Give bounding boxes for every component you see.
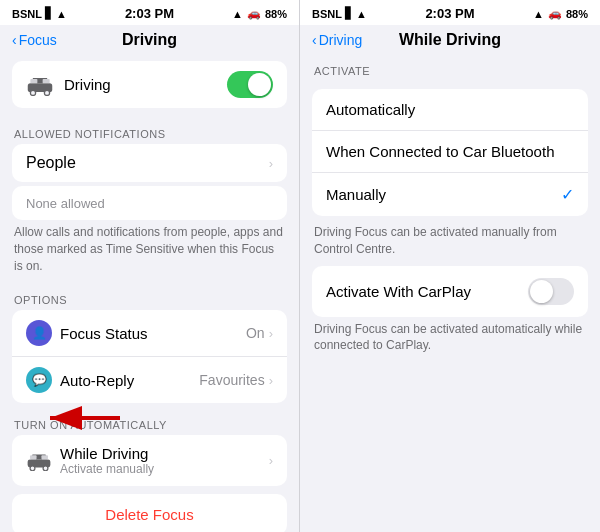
toggle-knob xyxy=(248,73,271,96)
autoreply-item[interactable]: 💬 Auto-Reply Favourites › xyxy=(12,357,287,403)
right-nav-title: While Driving xyxy=(399,31,501,49)
none-allowed-text: None allowed xyxy=(26,196,105,211)
svg-rect-5 xyxy=(43,78,50,82)
svg-point-9 xyxy=(43,466,48,471)
while-driving-chevron: › xyxy=(269,453,273,468)
svg-rect-4 xyxy=(30,78,37,82)
options-header: OPTIONS xyxy=(0,282,299,310)
left-signal-icon: ▋ xyxy=(45,7,53,20)
focus-status-item[interactable]: 👤 Focus Status On › xyxy=(12,310,287,357)
left-nav-bar: ‹ Focus Driving xyxy=(0,25,299,53)
left-status-left: BSNL ▋ ▲ xyxy=(12,7,67,20)
left-scroll: Driving ALLOWED NOTIFICATIONS People › N… xyxy=(0,53,299,532)
left-nav-title: Driving xyxy=(122,31,177,49)
none-allowed-card: None allowed xyxy=(12,186,287,220)
right-nav-bar: ‹ Driving While Driving xyxy=(300,25,600,53)
left-status-right: ▲ 🚗 88% xyxy=(232,7,287,20)
focus-status-chevron: › xyxy=(269,326,273,341)
left-back-label[interactable]: Focus xyxy=(19,32,57,48)
right-status-bar: BSNL ▋ ▲ 2:03 PM ▲ 🚗 88% xyxy=(300,0,600,25)
automatically-label: Automatically xyxy=(326,101,415,118)
left-location-icon: ▲ xyxy=(232,8,243,20)
carplay-desc: Driving Focus can be activated automatic… xyxy=(312,321,588,355)
carplay-row: Activate With CarPlay xyxy=(312,266,588,317)
person-icon: 👤 xyxy=(32,326,47,340)
left-status-bar: BSNL ▋ ▲ 2:03 PM ▲ 🚗 88% xyxy=(0,0,299,25)
while-driving-sub: Activate manually xyxy=(60,462,154,476)
carplay-label: Activate With CarPlay xyxy=(326,283,471,300)
delete-focus-button[interactable]: Delete Focus xyxy=(12,494,287,532)
svg-point-8 xyxy=(30,466,35,471)
left-panel: BSNL ▋ ▲ 2:03 PM ▲ 🚗 88% ‹ Focus Driving xyxy=(0,0,300,532)
while-driving-item[interactable]: While Driving Activate manually › xyxy=(12,435,287,486)
left-carrier: BSNL xyxy=(12,8,42,20)
people-label: People xyxy=(26,154,76,172)
while-driving-left: While Driving Activate manually xyxy=(26,445,154,476)
focus-status-icon: 👤 xyxy=(26,320,52,346)
right-back-chevron: ‹ xyxy=(312,32,317,48)
automatically-item[interactable]: Automatically xyxy=(312,89,588,131)
activate-header: ACTIVATE xyxy=(300,53,600,81)
right-car-status-icon: 🚗 xyxy=(548,7,562,20)
svg-point-2 xyxy=(30,90,35,95)
right-signal-icon: ▋ xyxy=(345,7,353,20)
left-wifi-icon: ▲ xyxy=(56,8,67,20)
bluetooth-item[interactable]: When Connected to Car Bluetooth xyxy=(312,131,588,173)
left-back-chevron: ‹ xyxy=(12,32,17,48)
autoreply-left: 💬 Auto-Reply xyxy=(26,367,134,393)
people-chevron: › xyxy=(269,156,273,171)
focus-status-value: On xyxy=(246,325,265,341)
people-card: People › xyxy=(12,144,287,182)
autoreply-value: Favourites xyxy=(199,372,264,388)
left-car-status-icon: 🚗 xyxy=(247,7,261,20)
carplay-toggle-knob xyxy=(530,280,553,303)
driving-label: Driving xyxy=(64,76,111,93)
right-location-icon: ▲ xyxy=(533,8,544,20)
right-time: 2:03 PM xyxy=(425,6,474,21)
delete-focus-label: Delete Focus xyxy=(105,506,193,523)
driving-toggle-left: Driving xyxy=(26,74,111,96)
while-driving-car-icon xyxy=(26,451,52,471)
manually-label: Manually xyxy=(326,186,386,203)
right-back-label[interactable]: Driving xyxy=(319,32,363,48)
right-panel: BSNL ▋ ▲ 2:03 PM ▲ 🚗 88% ‹ Driving While… xyxy=(300,0,600,532)
notifications-desc: Allow calls and notifications from peopl… xyxy=(12,224,287,274)
manually-checkmark: ✓ xyxy=(561,185,574,204)
right-battery: 88% xyxy=(566,8,588,20)
svg-point-3 xyxy=(44,90,49,95)
red-arrow-svg xyxy=(40,403,130,433)
svg-rect-10 xyxy=(30,455,37,459)
focus-status-label: Focus Status xyxy=(60,325,148,342)
autoreply-chevron: › xyxy=(269,373,273,388)
driving-toggle-row: Driving xyxy=(12,61,287,108)
bluetooth-label: When Connected to Car Bluetooth xyxy=(326,143,554,160)
driving-car-icon xyxy=(26,74,54,96)
focus-status-left: 👤 Focus Status xyxy=(26,320,148,346)
people-item[interactable]: People › xyxy=(12,144,287,182)
right-back-button[interactable]: ‹ Driving xyxy=(312,32,362,48)
driving-toggle[interactable] xyxy=(227,71,273,98)
right-wifi-icon: ▲ xyxy=(356,8,367,20)
autoreply-icon: 💬 xyxy=(26,367,52,393)
red-arrow-overlay xyxy=(40,403,130,437)
options-card: 👤 Focus Status On › 💬 Auto-Reply Fa xyxy=(12,310,287,403)
autoreply-right: Favourites › xyxy=(199,372,273,388)
left-back-button[interactable]: ‹ Focus xyxy=(12,32,57,48)
svg-rect-11 xyxy=(41,455,48,459)
bubble-icon: 💬 xyxy=(32,373,47,387)
while-driving-card: While Driving Activate manually › xyxy=(12,435,287,486)
carplay-toggle[interactable] xyxy=(528,278,574,305)
autoreply-label: Auto-Reply xyxy=(60,372,134,389)
left-battery: 88% xyxy=(265,8,287,20)
manually-desc: Driving Focus can be activated manually … xyxy=(312,224,588,258)
left-time: 2:03 PM xyxy=(125,6,174,21)
activate-list: Automatically When Connected to Car Blue… xyxy=(312,89,588,216)
while-driving-text: While Driving Activate manually xyxy=(60,445,154,476)
right-carrier: BSNL xyxy=(312,8,342,20)
right-status-left: BSNL ▋ ▲ xyxy=(312,7,367,20)
right-status-right: ▲ 🚗 88% xyxy=(533,7,588,20)
allowed-notifications-header: ALLOWED NOTIFICATIONS xyxy=(0,116,299,144)
focus-status-right: On › xyxy=(246,325,273,341)
manually-item[interactable]: Manually ✓ xyxy=(312,173,588,216)
right-scroll: ACTIVATE Automatically When Connected to… xyxy=(300,53,600,532)
